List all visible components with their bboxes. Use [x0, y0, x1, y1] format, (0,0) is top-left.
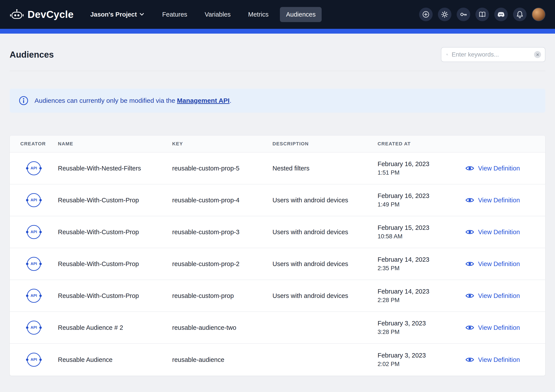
- api-badge-label: API: [31, 325, 37, 330]
- created-at-cell: February 3, 2023 3:28 PM: [378, 320, 458, 335]
- search-box: [441, 47, 545, 62]
- audience-description: Nested filters: [272, 165, 378, 172]
- view-definition-label: View Definition: [478, 260, 520, 268]
- audiences-table: Creator Name Key Description Created At …: [10, 135, 545, 376]
- robot-logo-icon: [10, 8, 24, 20]
- view-definition-link[interactable]: View Definition: [458, 197, 545, 204]
- api-badge-icon: API: [27, 193, 41, 207]
- create-button[interactable]: [419, 8, 433, 21]
- management-api-link[interactable]: Management API: [177, 97, 230, 104]
- nav-item-features[interactable]: Features: [156, 7, 193, 22]
- audience-description: Users with android devices: [272, 197, 378, 204]
- api-badge-label: API: [31, 166, 37, 171]
- created-at-cell: February 16, 2023 1:51 PM: [378, 160, 458, 176]
- api-badge-label: API: [31, 357, 37, 362]
- close-icon: [536, 53, 539, 56]
- book-icon: [479, 11, 486, 18]
- discord-button[interactable]: [494, 8, 508, 21]
- discord-icon: [497, 11, 505, 17]
- settings-button[interactable]: [438, 8, 452, 21]
- view-definition-label: View Definition: [478, 292, 520, 299]
- clear-search-button[interactable]: [534, 51, 541, 58]
- table-row: API Reusable-With-Custom-Prop reusable-c…: [10, 216, 545, 248]
- table-row: API Reusable-With-Custom-Prop reusable-c…: [10, 280, 545, 312]
- eye-icon: [465, 197, 474, 203]
- created-at-cell: February 3, 2023 2:02 PM: [378, 352, 458, 368]
- audience-name: Reusable-With-Custom-Prop: [58, 260, 172, 268]
- audience-description: Users with android devices: [272, 228, 378, 236]
- docs-button[interactable]: [475, 8, 489, 21]
- col-header-name: Name: [58, 141, 172, 147]
- audience-description: Users with android devices: [272, 292, 378, 299]
- eye-icon: [465, 261, 474, 267]
- user-avatar[interactable]: [532, 8, 545, 21]
- created-at-cell: February 15, 2023 10:58 AM: [378, 224, 458, 240]
- view-definition-link[interactable]: View Definition: [458, 165, 545, 172]
- nav-item-audiences[interactable]: Audiences: [280, 7, 322, 22]
- info-icon: [19, 96, 29, 105]
- table-header: Creator Name Key Description Created At: [10, 135, 545, 153]
- view-definition-link[interactable]: View Definition: [458, 228, 545, 236]
- audience-key: reusable-audience: [172, 356, 272, 363]
- page-title: Audiences: [10, 50, 54, 60]
- key-icon: [460, 11, 467, 18]
- table-row: API Reusable Audience reusable-audience …: [10, 344, 545, 376]
- audience-key: reusable-audience-two: [172, 324, 272, 331]
- created-time: 3:28 PM: [378, 329, 458, 335]
- created-at-cell: February 14, 2023 2:35 PM: [378, 256, 458, 272]
- search-input[interactable]: [452, 51, 531, 58]
- eye-icon: [465, 357, 474, 363]
- table-row: API Reusable-With-Custom-Prop reusable-c…: [10, 185, 545, 216]
- col-header-description: Description: [272, 141, 378, 147]
- audience-key: reusable-custom-prop-3: [172, 228, 272, 236]
- eye-icon: [465, 325, 474, 331]
- created-time: 2:02 PM: [378, 361, 458, 368]
- table-row: API Reusable Audience # 2 reusable-audie…: [10, 312, 545, 344]
- project-selector[interactable]: Jason's Project: [90, 11, 144, 18]
- audience-name: Reusable-With-Custom-Prop: [58, 228, 172, 236]
- audience-key: reusable-custom-prop-2: [172, 260, 272, 268]
- project-selector-label: Jason's Project: [90, 11, 137, 18]
- chevron-down-icon: [140, 13, 144, 16]
- created-time: 10:58 AM: [378, 233, 458, 240]
- api-keys-button[interactable]: [457, 8, 470, 21]
- view-definition-link[interactable]: View Definition: [458, 260, 545, 268]
- audience-name: Reusable Audience: [58, 356, 172, 363]
- api-badge-label: API: [31, 230, 37, 234]
- search-icon: [446, 51, 448, 58]
- view-definition-label: View Definition: [478, 356, 520, 363]
- notifications-button[interactable]: [513, 8, 526, 21]
- col-header-key: Key: [172, 141, 272, 147]
- view-definition-link[interactable]: View Definition: [458, 356, 545, 363]
- view-definition-link[interactable]: View Definition: [458, 292, 545, 299]
- col-header-created-at: Created At: [378, 141, 458, 147]
- created-date: February 14, 2023: [378, 288, 458, 295]
- table-body: API Reusable-With-Nested-Filters reusabl…: [10, 153, 545, 376]
- creator-cell: API: [10, 289, 58, 303]
- audience-key: reusable-custom-prop-5: [172, 165, 272, 172]
- view-definition-label: View Definition: [478, 228, 520, 236]
- bell-icon: [516, 11, 523, 18]
- created-date: February 3, 2023: [378, 352, 458, 359]
- creator-cell: API: [10, 353, 58, 367]
- nav-item-variables[interactable]: Variables: [199, 7, 237, 22]
- audience-name: Reusable Audience # 2: [58, 324, 172, 331]
- banner-text-suffix: .: [230, 97, 231, 104]
- view-definition-label: View Definition: [478, 197, 520, 204]
- table-row: API Reusable-With-Nested-Filters reusabl…: [10, 153, 545, 185]
- audience-description: Users with android devices: [272, 260, 378, 268]
- created-date: February 16, 2023: [378, 192, 458, 200]
- plus-circle-icon: [422, 11, 430, 18]
- created-at-cell: February 14, 2023 2:28 PM: [378, 288, 458, 304]
- created-time: 1:49 PM: [378, 201, 458, 208]
- view-definition-link[interactable]: View Definition: [458, 324, 545, 331]
- created-time: 1:51 PM: [378, 169, 458, 176]
- nav-item-metrics[interactable]: Metrics: [242, 7, 275, 22]
- devcycle-logo[interactable]: DevCycle: [10, 8, 74, 20]
- audience-name: Reusable-With-Nested-Filters: [58, 165, 172, 172]
- created-date: February 14, 2023: [378, 256, 458, 263]
- eye-icon: [465, 229, 474, 235]
- api-badge-icon: API: [27, 289, 41, 303]
- created-date: February 16, 2023: [378, 160, 458, 168]
- view-definition-label: View Definition: [478, 324, 520, 331]
